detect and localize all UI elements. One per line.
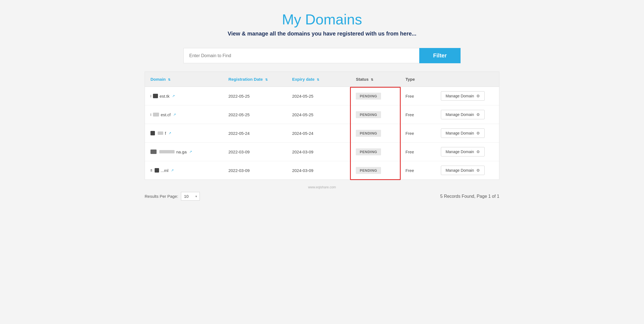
gear-icon: ⚙ <box>476 112 480 117</box>
status-badge: PENDING <box>356 130 381 137</box>
expiry-date: 2024-05-25 <box>287 105 350 124</box>
domain-name: est.tk <box>160 94 170 98</box>
manage-domain-label: Manage Domain <box>446 112 474 117</box>
type-cell: Free <box>400 87 435 105</box>
type-cell: Free <box>400 161 435 180</box>
status-badge: PENDING <box>356 111 381 118</box>
results-per-page-label: Results Per Page: <box>145 194 178 199</box>
domain-cell: na.ga↗ <box>145 143 223 161</box>
action-cell: Manage Domain ⚙ <box>435 124 499 143</box>
manage-domain-button[interactable]: Manage Domain ⚙ <box>441 166 485 175</box>
sort-icon-regdate: ⇅ <box>265 78 268 82</box>
table-row: lest.cf↗2022-05-252024-05-25PENDINGFreeM… <box>145 105 499 124</box>
pagination-info: 5 Records Found, Page 1 of 1 <box>440 194 499 199</box>
domains-table: Domain ⇅ Registration Date ⇅ Expiry date… <box>145 72 499 179</box>
type-cell: Free <box>400 124 435 143</box>
domain-blur-icon <box>153 113 159 117</box>
page-subtitle: View & manage all the domains you have r… <box>145 31 499 37</box>
registration-date: 2022-05-25 <box>223 105 287 124</box>
status-cell: PENDING <box>350 105 400 124</box>
status-cell: PENDING <box>350 143 400 161</box>
sort-icon-status: ⇅ <box>371 78 373 82</box>
page-header: My Domains View & manage all the domains… <box>145 11 499 37</box>
results-per-page: Results Per Page: 10 25 50 100 ▾ <box>145 192 200 201</box>
search-bar: Filter <box>183 48 461 63</box>
registration-date: 2022-03-09 <box>223 143 287 161</box>
status-badge: PENDING <box>356 148 381 155</box>
external-link-icon[interactable]: ↗ <box>168 131 171 135</box>
expiry-date: 2024-03-09 <box>287 143 350 161</box>
external-link-icon[interactable]: ↗ <box>173 113 176 117</box>
status-badge: PENDING <box>356 93 381 100</box>
domain-name: na.ga <box>176 150 187 154</box>
domain-blur-small <box>158 131 163 135</box>
manage-domain-button[interactable]: Manage Domain ⚙ <box>441 147 485 156</box>
col-header-type: Type <box>400 72 435 87</box>
manage-domain-label: Manage Domain <box>446 131 474 135</box>
domain-cell: f↗ <box>145 124 223 143</box>
expiry-date: 2024-03-09 <box>287 161 350 180</box>
col-header-regdate[interactable]: Registration Date ⇅ <box>223 72 287 87</box>
manage-domain-label: Manage Domain <box>446 94 474 98</box>
type-cell: Free <box>400 105 435 124</box>
external-link-icon[interactable]: ↗ <box>172 94 175 98</box>
manage-domain-label: Manage Domain <box>446 168 474 173</box>
domain-name: ...ml <box>161 168 168 173</box>
action-cell: Manage Domain ⚙ <box>435 143 499 161</box>
domain-cell: lest.tk↗ <box>145 87 223 105</box>
sort-icon-expiry: ⇅ <box>317 78 319 82</box>
page-title: My Domains <box>145 11 499 28</box>
domain-block-icon <box>153 94 158 98</box>
type-cell: Free <box>400 143 435 161</box>
expiry-date: 2024-05-24 <box>287 124 350 143</box>
gear-icon: ⚙ <box>476 168 480 173</box>
domain-icon: l <box>150 113 151 117</box>
external-link-icon[interactable]: ↗ <box>189 150 192 154</box>
status-cell: PENDING <box>350 87 400 105</box>
registration-date: 2022-03-09 <box>223 161 287 180</box>
domain-icon <box>150 150 157 154</box>
status-cell: PENDING <box>350 161 400 180</box>
col-header-domain[interactable]: Domain ⇅ <box>145 72 223 87</box>
col-header-status[interactable]: Status ⇅ <box>350 72 400 87</box>
status-cell: PENDING <box>350 124 400 143</box>
filter-button[interactable]: Filter <box>419 48 461 63</box>
table-row: na.ga↗2022-03-092024-03-09PENDINGFreeMan… <box>145 143 499 161</box>
pagination-bar: Results Per Page: 10 25 50 100 ▾ 5 Recor… <box>145 189 499 203</box>
per-page-select-wrapper[interactable]: 10 25 50 100 ▾ <box>181 192 200 201</box>
action-cell: Manage Domain ⚙ <box>435 87 499 105</box>
watermark: www.eqishare.com <box>145 185 499 189</box>
action-cell: Manage Domain ⚙ <box>435 105 499 124</box>
table-header-row: Domain ⇅ Registration Date ⇅ Expiry date… <box>145 72 499 87</box>
table-row: f↗2022-05-242024-05-24PENDINGFreeManage … <box>145 124 499 143</box>
sort-icon-domain: ⇅ <box>168 78 170 82</box>
table-row: lest.tk↗2022-05-252024-05-25PENDINGFreeM… <box>145 87 499 105</box>
domains-table-container: Domain ⇅ Registration Date ⇅ Expiry date… <box>145 72 499 180</box>
external-link-icon[interactable]: ↗ <box>171 168 174 172</box>
manage-domain-button[interactable]: Manage Domain ⚙ <box>441 110 485 119</box>
registration-date: 2022-05-24 <box>223 124 287 143</box>
table-row: fl...ml↗2022-03-092024-03-09PENDINGFreeM… <box>145 161 499 180</box>
search-input[interactable] <box>183 48 419 63</box>
domain-name: f <box>165 131 166 136</box>
domain-prefix: fl <box>150 168 152 173</box>
domain-cell: fl...ml↗ <box>145 161 223 180</box>
gear-icon: ⚙ <box>476 131 480 135</box>
manage-domain-button[interactable]: Manage Domain ⚙ <box>441 91 485 101</box>
domain-block-icon <box>150 131 155 135</box>
manage-domain-button[interactable]: Manage Domain ⚙ <box>441 128 485 138</box>
domain-blur <box>159 150 175 153</box>
domain-name: est.cf <box>161 112 171 117</box>
registration-date: 2022-05-25 <box>223 87 287 105</box>
gear-icon: ⚙ <box>476 94 480 98</box>
domain-block <box>155 168 159 173</box>
status-badge: PENDING <box>356 167 381 174</box>
manage-domain-label: Manage Domain <box>446 150 474 154</box>
col-header-action <box>435 72 499 87</box>
gear-icon: ⚙ <box>476 150 480 154</box>
expiry-date: 2024-05-25 <box>287 87 350 105</box>
per-page-select[interactable]: 10 25 50 100 <box>181 192 200 201</box>
action-cell: Manage Domain ⚙ <box>435 161 499 180</box>
col-header-expiry[interactable]: Expiry date ⇅ <box>287 72 350 87</box>
domain-cell: lest.cf↗ <box>145 105 223 124</box>
